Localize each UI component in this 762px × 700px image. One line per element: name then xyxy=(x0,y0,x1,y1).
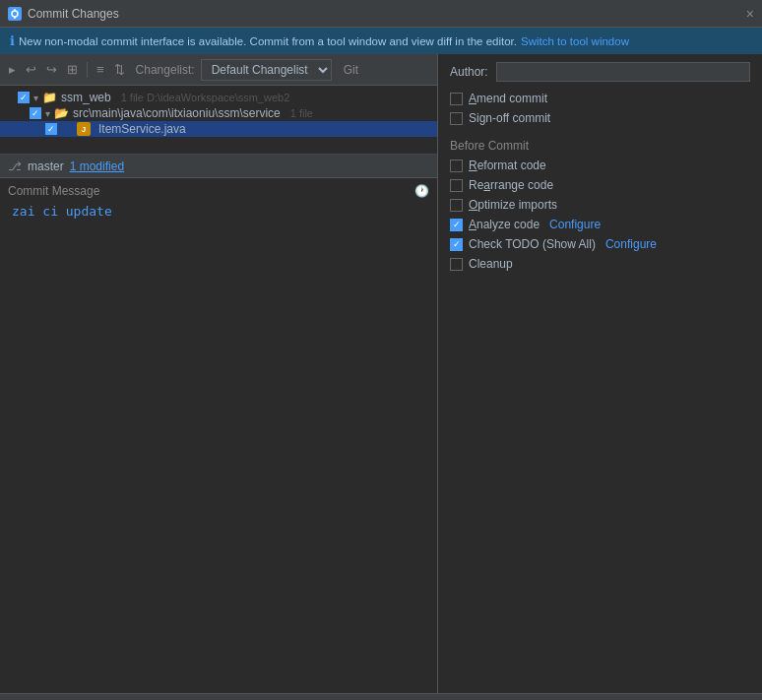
filter-button[interactable]: ⇅ xyxy=(111,60,128,79)
commit-label-row: Commit Message 🕐 xyxy=(8,184,429,198)
changelist-select[interactable]: Default Changelist xyxy=(201,59,332,81)
right-panel: Author: Amend commit Sign-off commit Bef… xyxy=(438,54,762,693)
tree-item-itemservice[interactable]: ✓ J ItemService.java xyxy=(0,121,437,137)
commit-message-label: Commit Message xyxy=(8,184,99,198)
cleanup-checkbox[interactable] xyxy=(450,258,463,271)
signoff-commit-row: Sign-off commit xyxy=(450,111,750,125)
file-tree: ✓ ▾ 📁 ssm_web 1 file D:\ideaWorkspace\ss… xyxy=(0,86,437,155)
reformat-checkbox[interactable] xyxy=(450,159,463,172)
window-title: Commit Changes xyxy=(28,7,119,21)
optimize-checkbox[interactable] xyxy=(450,199,463,212)
rearrange-row: Rearrange code xyxy=(450,178,750,192)
tree-info-ssm-web: 1 file D:\ideaWorkspace\ssm_web2 xyxy=(121,92,290,103)
branch-icon: ⎇ xyxy=(8,159,22,173)
cleanup-label[interactable]: Cleanup xyxy=(469,257,513,271)
changelist-label: Changelist: xyxy=(136,63,195,77)
expand-all-button[interactable]: ▸ xyxy=(6,60,19,79)
reformat-label[interactable]: Reformat code xyxy=(469,159,546,172)
main-layout: ▸ ↩ ↪ ⊞ ≡ ⇅ Changelist: Default Changeli… xyxy=(0,54,762,693)
branch-name: master xyxy=(28,159,64,173)
group-button[interactable]: ⊞ xyxy=(64,60,81,79)
checktodo-row: ✓ Check TODO (Show All) Configure xyxy=(450,237,750,251)
commit-icon xyxy=(8,7,22,21)
analyze-configure-link[interactable]: Configure xyxy=(549,218,601,231)
amend-commit-row: Amend commit xyxy=(450,92,750,105)
tree-label-src: src\main\java\com\itxiaoniu\ssm\service xyxy=(73,106,281,120)
sort-button[interactable]: ≡ xyxy=(94,60,107,79)
switch-to-tool-window-link[interactable]: Switch to tool window xyxy=(521,35,629,47)
analyze-row: ✓ Analyze code Configure xyxy=(450,218,750,231)
undo-button[interactable]: ↩ xyxy=(23,60,39,79)
signoff-commit-label[interactable]: Sign-off commit xyxy=(469,111,550,125)
commit-section: Commit Message 🕐 zai ci update xyxy=(0,178,437,693)
author-label: Author: xyxy=(450,65,488,79)
analyze-checkbox[interactable]: ✓ xyxy=(450,219,463,231)
left-panel: ▸ ↩ ↪ ⊞ ≡ ⇅ Changelist: Default Changeli… xyxy=(0,54,438,693)
toolbar-separator xyxy=(87,62,88,78)
file-toolbar: ▸ ↩ ↪ ⊞ ≡ ⇅ Changelist: Default Changeli… xyxy=(0,54,437,86)
checkbox-ssm-web[interactable]: ✓ xyxy=(18,92,30,103)
analyze-label[interactable]: Analyze code xyxy=(469,218,540,231)
commit-message-input[interactable]: zai ci update xyxy=(8,202,429,687)
cleanup-row: Cleanup xyxy=(450,257,750,271)
optimize-row: Optimize imports xyxy=(450,198,750,212)
diff-header: ▾ Diff xyxy=(0,694,762,700)
amend-commit-label[interactable]: Amend commit xyxy=(469,92,547,105)
redo-button[interactable]: ↪ xyxy=(43,60,60,79)
title-bar-left: Commit Changes xyxy=(8,7,119,21)
checkbox-itemservice[interactable]: ✓ xyxy=(45,123,57,135)
branch-status-bar: ⎇ master 1 modified xyxy=(0,155,437,178)
folder-icon-src: 📂 xyxy=(54,106,69,120)
reformat-row: Reformat code xyxy=(450,159,750,172)
amend-commit-checkbox[interactable] xyxy=(450,93,463,105)
tree-item-ssm-web[interactable]: ✓ ▾ 📁 ssm_web 1 file D:\ideaWorkspace\ss… xyxy=(0,90,437,105)
modified-badge[interactable]: 1 modified xyxy=(70,159,124,173)
tree-info-src: 1 file xyxy=(290,107,313,119)
diff-section: ▾ Diff ↑ ↓ ✏ ← → Side-by-side viewer ▾ D… xyxy=(0,693,762,700)
tree-item-src[interactable]: ✓ ▾ 📂 src\main\java\com\itxiaoniu\ssm\se… xyxy=(0,105,437,121)
author-input[interactable] xyxy=(496,62,750,82)
optimize-label[interactable]: Optimize imports xyxy=(469,198,557,212)
rearrange-label[interactable]: Rearrange code xyxy=(469,178,553,192)
commit-history-icon[interactable]: 🕐 xyxy=(414,184,429,198)
info-text: New non-modal commit interface is availa… xyxy=(19,35,517,47)
checkbox-src[interactable]: ✓ xyxy=(30,107,41,119)
info-bar: ℹ New non-modal commit interface is avai… xyxy=(0,28,762,54)
before-commit-title: Before Commit xyxy=(450,139,750,153)
info-icon: ℹ xyxy=(10,33,15,48)
checktodo-checkbox[interactable]: ✓ xyxy=(450,238,463,251)
author-row: Author: xyxy=(450,62,750,82)
git-label: Git xyxy=(344,63,358,77)
signoff-commit-checkbox[interactable] xyxy=(450,112,463,125)
title-bar: Commit Changes × xyxy=(0,0,762,28)
checktodo-label[interactable]: Check TODO (Show All) xyxy=(469,237,596,251)
java-icon-itemservice: J xyxy=(77,122,91,136)
checktodo-configure-link[interactable]: Configure xyxy=(605,237,657,251)
rearrange-checkbox[interactable] xyxy=(450,179,463,192)
tree-label-itemservice: ItemService.java xyxy=(98,122,186,136)
folder-icon-ssm-web: 📁 xyxy=(42,91,57,104)
close-button[interactable]: × xyxy=(746,6,754,22)
tree-label-ssm-web: ssm_web xyxy=(61,91,111,104)
